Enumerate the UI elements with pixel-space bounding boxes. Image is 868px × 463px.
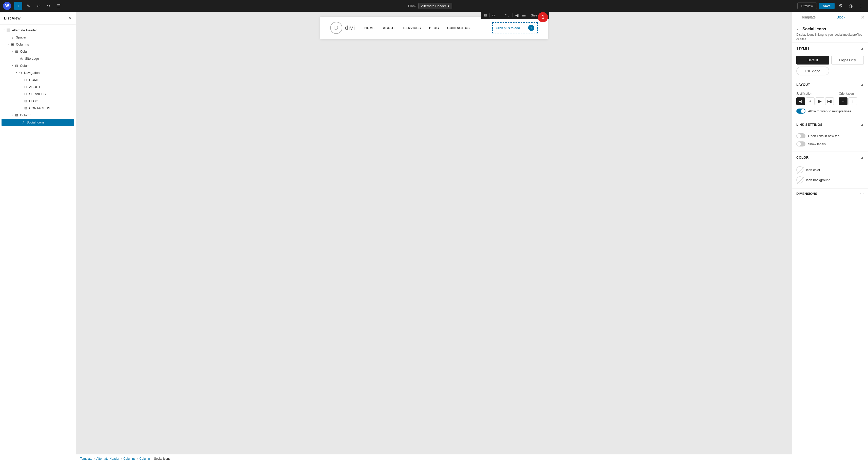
- wrap-toggle[interactable]: [796, 108, 805, 113]
- justify-center-button[interactable]: +: [806, 97, 814, 105]
- columns-icon: ⊞: [10, 42, 15, 46]
- nav-link-contact-us[interactable]: CONTACT US: [443, 24, 474, 32]
- save-button[interactable]: Save: [819, 3, 835, 9]
- tree-item-column-1[interactable]: ▾ ⊟ Column: [0, 48, 76, 55]
- toolbar-center: Blank Alternate Header ▾: [65, 3, 795, 9]
- tree-item-social-icons[interactable]: ↗ Social Icons ⋮: [2, 119, 74, 126]
- nav-item-icon: ⊟: [23, 77, 28, 82]
- toolbar-drag-button[interactable]: ⠿: [497, 12, 502, 18]
- tree-container: ▾ ⬜ Alternate Header ↕ Spacer ▾ ⊞ Column…: [0, 25, 76, 463]
- breadcrumb-columns[interactable]: Columns: [123, 457, 135, 460]
- tree-item-services[interactable]: ⊟ SERVICES: [0, 90, 76, 97]
- theme-toggle-button[interactable]: ◑: [847, 2, 855, 10]
- nav-link-about[interactable]: ABOUT: [379, 24, 399, 32]
- style-btn-logos-only[interactable]: Logos Only: [831, 56, 864, 65]
- more-menu-button[interactable]: ⋮: [857, 2, 865, 10]
- kebab-menu-button[interactable]: ⋮: [65, 120, 71, 125]
- tree-item-navigation[interactable]: ▾ ⊙ Navigation: [0, 69, 76, 76]
- orient-horizontal-button[interactable]: →: [839, 97, 847, 105]
- justify-space-button[interactable]: |◀|: [825, 97, 834, 105]
- toolbar-code-button[interactable]: ⟨⟩: [491, 12, 496, 18]
- style-btn-pill-shape[interactable]: Pill Shape: [796, 67, 829, 75]
- tree-item-columns[interactable]: ▾ ⊞ Columns: [0, 41, 76, 48]
- chevron-down-icon: ▾: [448, 4, 450, 8]
- redo-button[interactable]: ↪: [44, 2, 53, 10]
- undo-button[interactable]: ↩: [34, 2, 42, 10]
- toggle-icon: ▾: [10, 113, 14, 117]
- color-collapse-button[interactable]: ▲: [860, 155, 864, 159]
- badge-number: 1: [541, 14, 545, 21]
- site-logo-icon: ◎: [19, 56, 24, 61]
- breadcrumb-template[interactable]: Template: [80, 457, 92, 460]
- toolbar-align-center-button[interactable]: ▬: [521, 12, 527, 18]
- orientation-label: Orientation: [839, 92, 857, 95]
- breadcrumb-column[interactable]: Column: [140, 457, 150, 460]
- style-btn-default[interactable]: Default: [796, 56, 829, 65]
- tree-item-contact-us[interactable]: ⊟ CONTACT US: [0, 104, 76, 111]
- tree-item-column-2[interactable]: ▾ ⊟ Column: [0, 62, 76, 69]
- new-tab-toggle[interactable]: [796, 133, 805, 138]
- logo-text: divi: [345, 25, 355, 31]
- link-settings-section-header: Link settings ▲: [792, 119, 868, 129]
- nav-link-blog[interactable]: BLOG: [425, 24, 443, 32]
- tree-item-site-logo[interactable]: ◎ Site Logo: [0, 55, 76, 62]
- justify-row: ◀| + |▶ |◀|: [796, 97, 834, 105]
- settings-button[interactable]: ⚙: [837, 2, 845, 10]
- tree-item-alternate-header[interactable]: ▾ ⬜ Alternate Header: [0, 27, 76, 34]
- add-block-button[interactable]: ＋: [14, 2, 22, 10]
- toggle-placeholder: [19, 92, 23, 96]
- nav-link-home[interactable]: HOME: [360, 24, 379, 32]
- canvas-content: D divi HOME ABOUT SERVICES BLOG CONTACT …: [76, 12, 792, 454]
- show-labels-toggle[interactable]: [796, 141, 805, 146]
- justify-right-button[interactable]: |▶: [815, 97, 824, 105]
- right-panel-header: Template Block ✕: [792, 12, 868, 23]
- logo-letter: D: [334, 25, 338, 31]
- link-settings-title: Link settings: [796, 123, 823, 127]
- breadcrumb-alternate-header[interactable]: Alternate Header: [96, 457, 120, 460]
- tree-item-about[interactable]: ⊟ ABOUT: [0, 83, 76, 90]
- back-arrow-icon[interactable]: ←: [796, 27, 800, 31]
- edit-button[interactable]: ✎: [24, 2, 32, 10]
- styles-collapse-button[interactable]: ▲: [860, 46, 864, 51]
- toolbar-size-button[interactable]: Size: [529, 12, 539, 18]
- nav-item-icon: ⊟: [23, 85, 28, 89]
- toggle-knob: [797, 134, 801, 138]
- breadcrumb-bar: Template › Alternate Header › Columns › …: [76, 454, 792, 463]
- icon-color-swatch[interactable]: [796, 166, 803, 173]
- template-selector[interactable]: Alternate Header ▾: [418, 3, 452, 9]
- tree-item-blog[interactable]: ⊟ BLOG: [0, 97, 76, 104]
- panel-close-button[interactable]: ✕: [857, 12, 868, 23]
- panel-block-desc: Display icons linking to your social med…: [796, 32, 864, 41]
- nav-link-services[interactable]: SERVICES: [399, 24, 425, 32]
- link-settings-collapse-button[interactable]: ▲: [860, 123, 864, 127]
- tree-label: Navigation: [24, 71, 39, 75]
- wp-logo[interactable]: W: [3, 2, 11, 10]
- show-labels-label: Show labels: [808, 142, 826, 146]
- wrap-toggle-row: Allow to wrap to multiple lines: [796, 107, 864, 115]
- toolbar-toggle-button[interactable]: ⊟: [483, 12, 489, 18]
- orient-vertical-button[interactable]: ↓: [848, 97, 857, 105]
- sidebar-title: List View: [4, 16, 21, 20]
- sidebar-header: List View ✕: [0, 12, 76, 25]
- social-placeholder[interactable]: Click plus to add ＋: [492, 22, 538, 33]
- tree-item-spacer[interactable]: ↕ Spacer: [0, 34, 76, 41]
- tree-item-home[interactable]: ⊟ HOME: [0, 76, 76, 83]
- layout-icon: ⬜: [6, 28, 11, 32]
- justify-left-button[interactable]: ◀|: [796, 97, 805, 105]
- icon-bg-row: Icon background: [796, 175, 864, 185]
- tree-item-column-3[interactable]: ▾ ⊟ Column: [0, 111, 76, 119]
- tab-block[interactable]: Block: [825, 12, 857, 23]
- toolbar-align-left-button[interactable]: ◀|: [514, 12, 520, 18]
- header-frame: D divi HOME ABOUT SERVICES BLOG CONTACT …: [320, 17, 548, 39]
- sidebar-close-button[interactable]: ✕: [68, 15, 72, 21]
- toolbar-move-button[interactable]: ⌃⌄: [503, 12, 512, 18]
- list-view-button[interactable]: ☰: [55, 2, 63, 10]
- layout-collapse-button[interactable]: ▲: [860, 82, 864, 87]
- layout-section-header: Layout ▲: [792, 79, 868, 89]
- preview-button[interactable]: Preview: [797, 3, 816, 9]
- toggle-icon: ▾: [14, 71, 18, 75]
- dim-more-button[interactable]: ⋯: [860, 191, 864, 196]
- tab-template[interactable]: Template: [792, 12, 825, 23]
- social-plus-button[interactable]: ＋: [528, 25, 534, 31]
- icon-bg-swatch[interactable]: [796, 176, 803, 184]
